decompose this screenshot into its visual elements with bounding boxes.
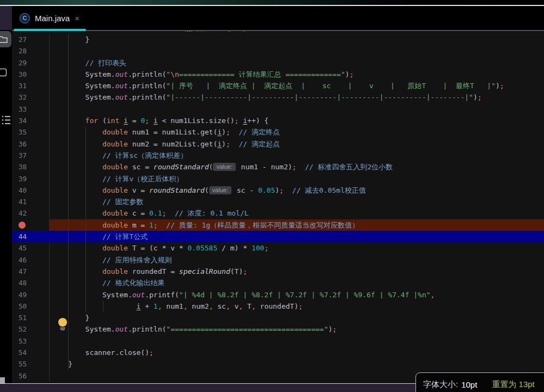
code-editor[interactable]: "输入数据已记录"); 27 }2829 // 打印表头30 System.ou… <box>12 31 544 383</box>
code-line[interactable]: 37 // 计算sc（滴定体积差） <box>12 150 544 161</box>
code-line[interactable]: 48 // 格式化输出结果 <box>12 277 544 289</box>
line-number-gutter[interactable]: 36 <box>12 138 50 150</box>
line-number-gutter[interactable]: 56 <box>12 370 50 382</box>
code-text[interactable]: for (int i = 0; i < num1List.size(); i++… <box>50 115 544 126</box>
code-line[interactable]: 42 double c = 0.1; // 浓度: 0.1 mol/L <box>12 207 544 219</box>
line-number-gutter[interactable]: 55 <box>12 358 50 370</box>
code-text[interactable]: // 固定参数 <box>50 196 544 207</box>
tab-main-java[interactable]: C Main.java × <box>14 6 86 30</box>
line-number-gutter[interactable]: 50 <box>12 301 50 312</box>
code-line[interactable]: 45 double T = (c * v * 0.05585 / m) * 10… <box>12 242 544 254</box>
line-number-gutter[interactable]: 49 <box>12 289 50 301</box>
code-text[interactable]: double sc = roundStandard(value: num1 - … <box>50 161 544 173</box>
code-line[interactable]: 55 } <box>12 358 544 370</box>
code-line[interactable]: 46 // 应用特殊舍入规则 <box>12 254 544 266</box>
code-line[interactable]: 49 System.out.printf("| %4d | %8.2f | %8… <box>12 289 544 301</box>
code-line[interactable]: 29 // 打印表头 <box>12 57 544 69</box>
line-number-gutter[interactable]: 51 <box>12 312 50 323</box>
line-number-gutter[interactable]: 35 <box>12 126 50 138</box>
code-line[interactable]: 54 scanner.close(); <box>12 347 544 358</box>
code-text[interactable]: double v = roundStandard(value: sc - 0.0… <box>50 185 544 196</box>
code-text[interactable]: double roundedT = specialRound(T); <box>50 266 544 277</box>
code-text[interactable]: } <box>50 358 544 370</box>
code-line[interactable]: 33 <box>12 103 544 115</box>
line-number-gutter[interactable]: 52 <box>12 323 50 335</box>
line-number-gutter[interactable]: 30 <box>12 69 50 80</box>
code-line[interactable]: 27 } <box>12 34 544 45</box>
project-tool-icon[interactable] <box>0 31 11 47</box>
line-number-gutter[interactable]: 45 <box>12 242 50 254</box>
line-number-gutter[interactable]: 39 <box>12 173 50 185</box>
code-line[interactable]: 38 double sc = roundStandard(value: num1… <box>12 161 544 173</box>
code-text[interactable]: // 格式化输出结果 <box>50 277 544 289</box>
code-text[interactable]: // 计算T公式 <box>50 231 544 242</box>
line-number-gutter[interactable]: 38 <box>12 161 50 173</box>
code-line[interactable]: 44 // 计算T公式 <box>12 231 544 242</box>
code-line[interactable]: 30 System.out.println("\n============= 计… <box>12 69 544 80</box>
line-number-gutter[interactable]: 31 <box>12 80 50 91</box>
line-number-gutter[interactable]: 40 <box>12 185 50 196</box>
code-text[interactable]: System.out.printf("| %4d | %8.2f | %8.2f… <box>50 289 544 301</box>
line-number-gutter[interactable]: 48 <box>12 277 50 289</box>
code-text[interactable]: // 应用特殊舍入规则 <box>50 254 544 266</box>
line-number-gutter[interactable]: 47 <box>12 266 50 277</box>
code-text[interactable]: // 打印表头 <box>50 57 544 69</box>
close-icon[interactable]: × <box>75 14 80 22</box>
code-text[interactable]: i + 1, num1, num2, sc, v, T, roundedT); <box>50 301 544 312</box>
line-number-gutter[interactable]: 33 <box>12 103 50 115</box>
structure-tool-icon[interactable] <box>0 108 12 132</box>
code-line[interactable]: 28 <box>12 45 544 57</box>
code-text[interactable]: double m = 1; // 质量: 1g（样品质量，根据不同质量适当改写对… <box>50 219 544 231</box>
code-text[interactable]: scanner.close(); <box>50 347 544 358</box>
code-text[interactable]: } <box>50 34 544 45</box>
code-line[interactable]: 36 double num2 = num2List.get(i); // 滴定起… <box>12 138 544 150</box>
line-number-gutter[interactable]: 42 <box>12 207 50 219</box>
breakpoint-icon[interactable] <box>19 222 26 229</box>
font-size-value: 10pt <box>461 380 477 389</box>
code-text[interactable] <box>50 335 544 347</box>
code-text[interactable]: System.out.println("\n============= 计算结果… <box>50 69 544 80</box>
line-number-gutter[interactable]: 41 <box>12 196 50 207</box>
code-text[interactable]: double num1 = num1List.get(i); // 滴定终点 <box>50 126 544 138</box>
line-number-gutter[interactable]: 54 <box>12 347 50 358</box>
code-line[interactable]: 52 System.out.println("=================… <box>12 323 544 335</box>
code-line[interactable]: 50 i + 1, num1, num2, sc, v, T, roundedT… <box>12 301 544 312</box>
code-text[interactable] <box>50 45 544 57</box>
line-number-gutter[interactable]: 37 <box>12 150 50 161</box>
code-text[interactable]: System.out.println("| 序号 | 滴定终点 | 滴定起点 |… <box>50 80 544 91</box>
code-line[interactable]: 32 System.out.println("|------|---------… <box>12 91 544 103</box>
code-line[interactable]: 39 // 计算v（校正后体积） <box>12 173 544 185</box>
code-line[interactable]: 41 // 固定参数 <box>12 196 544 207</box>
code-text[interactable]: } <box>50 312 544 323</box>
code-text[interactable]: System.out.println("|------|----------|-… <box>50 91 544 103</box>
line-number-gutter[interactable]: 28 <box>12 45 50 57</box>
line-number-gutter[interactable]: 32 <box>12 91 50 103</box>
editor-pane: C Main.java × "输入数据已记录"); 27 }2829 // 打印… <box>12 6 544 383</box>
code-text[interactable]: // 计算sc（滴定体积差） <box>50 150 544 161</box>
code-line[interactable]: 51 } <box>12 312 544 323</box>
code-line[interactable]: double m = 1; // 质量: 1g（样品质量，根据不同质量适当改写对… <box>12 219 544 231</box>
code-text[interactable] <box>50 103 544 115</box>
code-text[interactable]: double c = 0.1; // 浓度: 0.1 mol/L <box>50 207 544 219</box>
code-line[interactable]: 40 double v = roundStandard(value: sc - … <box>12 185 544 196</box>
intention-bulb-icon[interactable] <box>58 318 68 333</box>
java-class-icon: C <box>20 13 30 23</box>
code-line[interactable]: 31 System.out.println("| 序号 | 滴定终点 | 滴定起… <box>12 80 544 91</box>
code-line[interactable]: 47 double roundedT = specialRound(T); <box>12 266 544 277</box>
line-number-gutter[interactable]: 27 <box>12 34 50 45</box>
line-number-gutter[interactable]: 44 <box>12 231 50 242</box>
reset-font-link[interactable]: 重置为 13pt <box>492 379 534 390</box>
line-number-gutter[interactable]: 53 <box>12 335 50 347</box>
code-line[interactable]: 53 <box>12 335 544 347</box>
code-text[interactable]: // 计算v（校正后体积） <box>50 173 544 185</box>
code-text[interactable]: double num2 = num2List.get(i); // 滴定起点 <box>50 138 544 150</box>
line-number-gutter[interactable]: 46 <box>12 254 50 266</box>
line-number-gutter[interactable]: 29 <box>12 57 50 69</box>
code-line[interactable]: 35 double num1 = num1List.get(i); // 滴定终… <box>12 126 544 138</box>
line-number-gutter[interactable] <box>12 219 50 231</box>
code-text[interactable]: System.out.println("====================… <box>50 323 544 335</box>
code-text[interactable]: double T = (c * v * 0.05585 / m) * 100; <box>50 242 544 254</box>
commit-tool-icon[interactable] <box>0 64 9 81</box>
code-line[interactable]: 34 for (int i = 0; i < num1List.size(); … <box>12 115 544 126</box>
line-number-gutter[interactable]: 34 <box>12 115 50 126</box>
